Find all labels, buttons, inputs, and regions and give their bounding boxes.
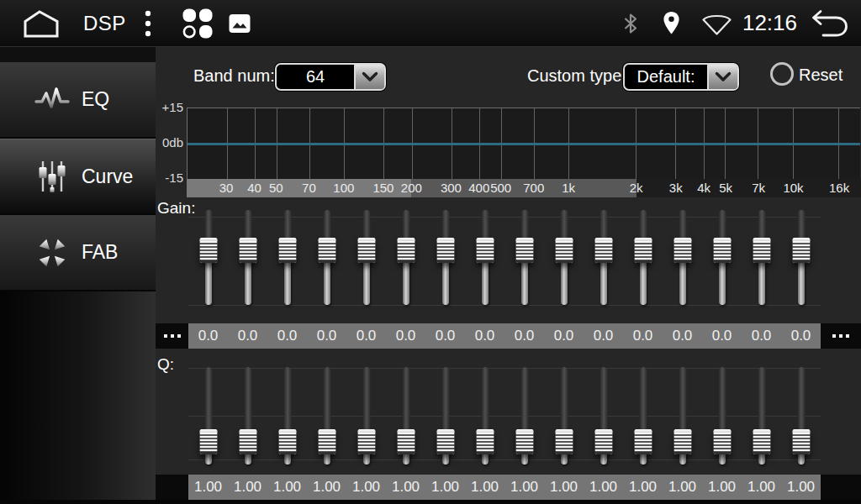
slider-track-top <box>481 367 489 433</box>
gain-slider[interactable] <box>544 210 584 307</box>
q-slider[interactable] <box>781 367 821 466</box>
custom-type-dropdown[interactable]: Default: <box>623 63 739 91</box>
gain-slider[interactable] <box>584 210 623 307</box>
slider-thumb[interactable] <box>436 238 454 263</box>
slider-thumb[interactable] <box>673 429 691 454</box>
slider-thumb[interactable] <box>792 429 810 454</box>
gain-slider[interactable] <box>228 210 267 307</box>
slider-thumb[interactable] <box>515 429 533 454</box>
chevron-down-icon[interactable] <box>354 65 384 89</box>
slider-thumb[interactable] <box>397 429 415 454</box>
kebab-menu-icon[interactable] <box>145 9 151 38</box>
slider-thumb[interactable] <box>436 429 454 454</box>
slider-thumb[interactable] <box>357 429 375 454</box>
home-icon[interactable] <box>23 8 60 39</box>
slider-thumb[interactable] <box>673 238 691 263</box>
slider-thumb[interactable] <box>594 238 612 263</box>
gain-slider[interactable] <box>386 210 425 307</box>
slider-thumb[interactable] <box>239 429 256 454</box>
q-slider[interactable] <box>386 367 425 466</box>
q-value: 1.00 <box>544 475 584 500</box>
q-slider[interactable] <box>742 367 781 466</box>
gain-slider[interactable] <box>188 210 228 307</box>
gain-value-row: 0.00.00.00.00.00.00.00.00.00.00.00.00.00… <box>156 323 861 349</box>
scroll-bands-left-button[interactable] <box>156 323 188 349</box>
reset-radio[interactable] <box>770 62 794 86</box>
back-icon[interactable] <box>809 8 849 39</box>
sidebar-item-fab[interactable]: FAB <box>0 215 156 291</box>
gain-sliders <box>188 210 821 307</box>
slider-track-bottom <box>719 260 726 305</box>
gain-slider[interactable] <box>346 210 386 307</box>
slider-thumb[interactable] <box>594 429 612 454</box>
slider-thumb[interactable] <box>278 429 296 454</box>
slider-track-top <box>441 367 449 433</box>
slider-thumb[interactable] <box>318 429 335 454</box>
q-slider[interactable] <box>584 367 623 466</box>
slider-track-top <box>481 210 489 241</box>
eq-plot[interactable] <box>187 108 860 179</box>
gallery-icon[interactable] <box>229 13 251 34</box>
gain-slider[interactable] <box>465 210 504 307</box>
band-num-dropdown[interactable]: 64 <box>275 63 386 91</box>
slider-thumb[interactable] <box>476 238 494 263</box>
gain-slider[interactable] <box>623 210 663 307</box>
slider-thumb[interactable] <box>753 429 770 454</box>
slider-thumb[interactable] <box>515 238 533 263</box>
sidebar-item-eq[interactable]: EQ <box>0 62 156 139</box>
q-value: 1.00 <box>504 475 544 500</box>
slider-thumb[interactable] <box>397 238 415 263</box>
dsp-app-screen: DSP <box>0 0 861 504</box>
q-slider[interactable] <box>465 367 504 466</box>
slider-thumb[interactable] <box>199 429 217 454</box>
gain-value: 0.0 <box>702 323 742 349</box>
gain-slider[interactable] <box>267 210 307 307</box>
slider-thumb[interactable] <box>713 429 731 454</box>
slider-track-top <box>639 210 647 241</box>
freq-axis: 304050701001502003004005007001k2k3k4k5k7… <box>187 179 861 197</box>
slider-thumb[interactable] <box>753 238 770 263</box>
slider-thumb[interactable] <box>476 429 494 454</box>
slider-track-top <box>679 210 686 241</box>
q-slider[interactable] <box>425 367 465 466</box>
location-icon <box>662 11 681 35</box>
slider-thumb[interactable] <box>357 238 375 263</box>
slider-thumb[interactable] <box>555 429 573 454</box>
freq-tick-label: 100 <box>333 179 354 197</box>
slider-thumb[interactable] <box>792 238 810 263</box>
q-slider[interactable] <box>228 367 267 466</box>
gain-slider[interactable] <box>307 210 346 307</box>
slider-thumb[interactable] <box>199 238 217 263</box>
gain-slider[interactable] <box>742 210 781 307</box>
slider-track-top <box>362 367 370 433</box>
q-slider[interactable] <box>267 367 307 466</box>
q-slider[interactable] <box>663 367 702 466</box>
slider-thumb[interactable] <box>555 238 573 263</box>
q-slider[interactable] <box>702 367 742 466</box>
slider-thumb[interactable] <box>634 238 652 263</box>
gain-slider[interactable] <box>504 210 544 307</box>
slider-thumb[interactable] <box>713 238 731 263</box>
chevron-down-icon[interactable] <box>707 65 737 89</box>
gain-slider[interactable] <box>781 210 821 307</box>
freq-tick-label: 3k <box>669 179 683 197</box>
scroll-bands-right-button[interactable] <box>821 323 861 349</box>
q-slider[interactable] <box>623 367 663 466</box>
q-value: 1.00 <box>663 475 702 500</box>
gain-slider[interactable] <box>663 210 702 307</box>
q-slider[interactable] <box>188 367 228 466</box>
slider-track-top <box>718 367 726 433</box>
slider-thumb[interactable] <box>318 238 335 263</box>
slider-thumb[interactable] <box>239 238 256 263</box>
sidebar-item-curve[interactable]: Curve <box>0 139 156 215</box>
q-slider[interactable] <box>307 367 346 466</box>
gain-slider[interactable] <box>702 210 742 307</box>
q-slider[interactable] <box>346 367 386 466</box>
q-slider[interactable] <box>544 367 584 466</box>
q-slider[interactable] <box>504 367 544 466</box>
gain-slider[interactable] <box>425 210 465 307</box>
apps-clover-icon[interactable] <box>182 8 214 39</box>
q-value: 1.00 <box>228 475 267 500</box>
slider-thumb[interactable] <box>634 429 652 454</box>
slider-thumb[interactable] <box>278 238 296 263</box>
